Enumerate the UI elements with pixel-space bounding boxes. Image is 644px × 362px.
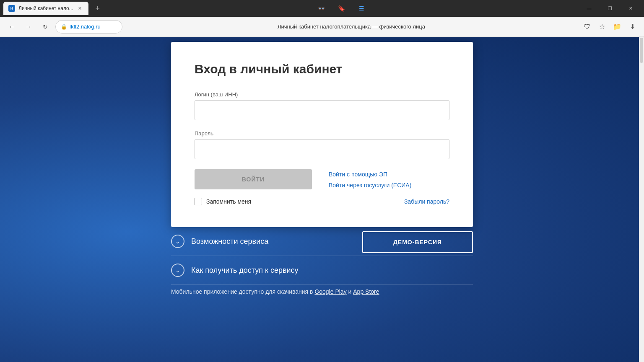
back-button[interactable]: ← [5, 20, 18, 34]
access-label: Как получить доступ к сервису [191, 266, 299, 275]
scrollbar-thumb[interactable] [640, 38, 643, 63]
remember-checkbox[interactable] [195, 198, 202, 205]
refresh-button[interactable]: ↻ [39, 20, 52, 34]
page-content: Вход в личный кабинет Логин (ваш ИНН) Па… [0, 37, 644, 362]
address-bar: ← → ↻ 🔒 lkfl2.nalog.ru Личный кабинет на… [0, 17, 644, 37]
features-label: Возможности сервиса [191, 237, 268, 246]
alt-login-links: Войти с помощью ЭП Войти через госуслуги… [329, 171, 411, 189]
google-play-link[interactable]: Google Play [314, 288, 346, 295]
browser-tab[interactable]: Н Личный кабинет нало... ✕ [3, 2, 88, 15]
remember-row: Запомнить меня Забыли пароль? [195, 198, 449, 205]
favorites-icon[interactable]: ☆ [595, 20, 609, 34]
maximize-button[interactable]: ❐ [600, 2, 620, 15]
chevron-down-icon: ⌄ [175, 238, 180, 245]
login-button[interactable]: ВОЙТИ [195, 169, 312, 189]
address-field[interactable]: 🔒 lkfl2.nalog.ru [55, 20, 122, 34]
extensions-icon[interactable]: 🛡 [580, 20, 594, 34]
browser-chrome: Н Личный кабинет нало... ✕ + 👓 🔖 ☰ — ❐ ✕… [0, 0, 644, 37]
login-label: Логин (ваш ИНН) [195, 91, 449, 98]
url-display: lkfl2.nalog.ru [70, 23, 101, 30]
chevron-down-icon-2: ⌄ [175, 267, 180, 274]
remember-left: Запомнить меня [195, 198, 251, 205]
forgot-password-link[interactable]: Забыли пароль? [404, 198, 449, 205]
password-input[interactable] [195, 139, 449, 159]
and-text-word: и [348, 288, 353, 295]
features-accordion[interactable]: ⌄ Возможности сервиса ДЕМО-ВЕРСИЯ [171, 227, 473, 256]
tab-close-button[interactable]: ✕ [77, 5, 83, 12]
login-input[interactable] [195, 100, 449, 120]
features-chevron: ⌄ [171, 235, 184, 248]
access-accordion[interactable]: ⌄ Как получить доступ к сервису [171, 256, 473, 285]
form-actions: ВОЙТИ Войти с помощью ЭП Войти через гос… [195, 169, 449, 189]
scrollbar-track [639, 37, 644, 362]
reader-mode-icon[interactable]: 👓 [312, 2, 331, 15]
minimize-button[interactable]: — [579, 2, 599, 15]
ssl-lock-icon: 🔒 [61, 24, 67, 30]
download-icon[interactable]: ⬇ [626, 20, 639, 34]
forward-button[interactable]: → [22, 20, 35, 34]
login-title: Вход в личный кабинет [195, 62, 449, 76]
window-controls: — ❐ ✕ [579, 2, 641, 15]
collections-icon[interactable]: 📁 [610, 20, 624, 34]
tab-title: Личный кабинет нало... [18, 5, 73, 11]
mobile-text-static: Мобильное приложение доступно для скачив… [171, 288, 314, 295]
app-store-link[interactable]: App Store [353, 288, 379, 295]
ep-login-link[interactable]: Войти с помощью ЭП [329, 171, 411, 178]
password-label: Пароль [195, 130, 449, 137]
page-title: Личный кабинет налогоплательщика — физич… [126, 23, 577, 30]
bookmark-icon[interactable]: 🔖 [332, 2, 351, 15]
remember-label[interactable]: Запомнить меня [206, 198, 251, 205]
new-tab-button[interactable]: + [92, 3, 104, 14]
login-field-group: Логин (ваш ИНН) [195, 91, 449, 120]
tab-favicon: Н [8, 5, 15, 12]
title-bar: Н Личный кабинет нало... ✕ + 👓 🔖 ☰ — ❐ ✕ [0, 0, 644, 17]
toolbar-icons: 🛡 ☆ 📁 ⬇ [580, 20, 639, 34]
bottom-section: ⌄ Возможности сервиса ДЕМО-ВЕРСИЯ ⌄ Как … [171, 227, 473, 303]
access-chevron: ⌄ [171, 264, 184, 277]
password-field-group: Пароль [195, 130, 449, 159]
login-card: Вход в личный кабинет Логин (ваш ИНН) Па… [171, 42, 473, 227]
demo-button[interactable]: ДЕМО-ВЕРСИЯ [362, 231, 473, 253]
mobile-app-text: Мобильное приложение доступно для скачив… [171, 288, 473, 295]
profiles-icon[interactable]: ☰ [352, 2, 371, 15]
gosuslugi-login-link[interactable]: Войти через госуслуги (ЕСИА) [329, 182, 411, 189]
close-button[interactable]: ✕ [621, 2, 641, 15]
